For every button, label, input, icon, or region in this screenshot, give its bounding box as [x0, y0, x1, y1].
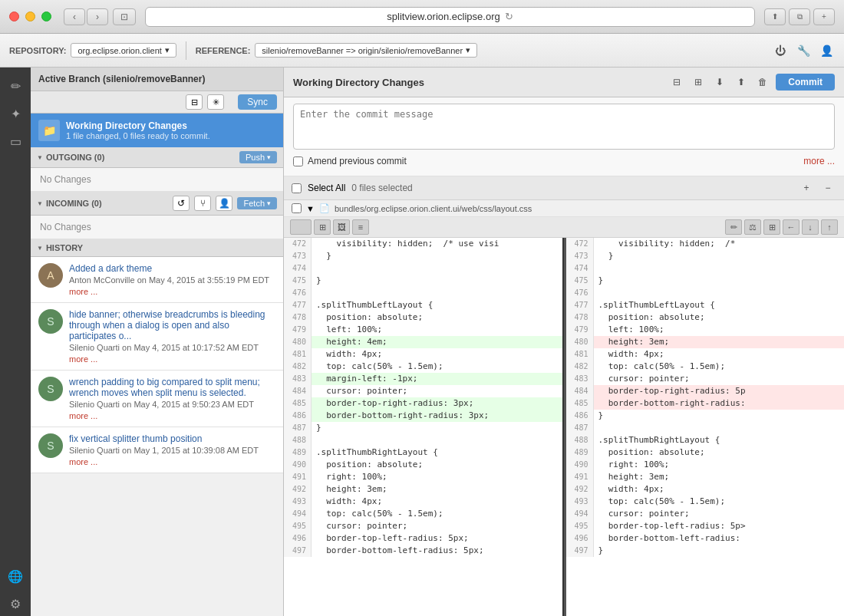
- commit-more-link[interactable]: more ...: [69, 287, 275, 296]
- line-content: }: [312, 275, 562, 287]
- right-panel: Working Directory Changes ⊟ ⊞ ⬇ ⬆ 🗑 Comm…: [284, 68, 844, 616]
- incoming-icon-1[interactable]: ↺: [173, 196, 190, 211]
- diff-line: 483 cursor: pointer;: [566, 373, 845, 385]
- diff-right-side[interactable]: 472 visibility: hidden; /*473 }474475}47…: [566, 238, 845, 616]
- amend-checkbox[interactable]: [293, 156, 303, 166]
- diff-tool-pencil[interactable]: ✏: [725, 219, 742, 235]
- add-file-icon[interactable]: +: [798, 180, 815, 196]
- history-header[interactable]: ▼ HISTORY: [31, 239, 283, 257]
- expand-arrow[interactable]: ▼: [306, 204, 315, 213]
- diff-line: 497}: [566, 545, 845, 557]
- line-content: [594, 287, 845, 299]
- reload-icon[interactable]: ↻: [505, 11, 513, 22]
- tab-arrange-button[interactable]: ⧉: [789, 8, 810, 25]
- diff-tool-up[interactable]: ↑: [821, 219, 838, 235]
- diff-tool-down[interactable]: ↓: [802, 219, 819, 235]
- main-content: ✏ ✦ ▭ 🌐 ⚙ Active Branch (silenio/removeB…: [0, 68, 844, 616]
- line-content: top: calc(50% - 1.5em);: [594, 361, 845, 373]
- line-content: left: 100%;: [594, 324, 845, 336]
- line-content: border-top-left-radius: 5px;: [312, 532, 562, 545]
- push-button[interactable]: Push ▾: [239, 151, 277, 163]
- commit-more-link[interactable]: more ...: [69, 354, 275, 364]
- back-button[interactable]: ‹: [64, 8, 85, 25]
- diff-tool-inline[interactable]: ≡: [352, 219, 369, 235]
- commit-title[interactable]: Added a dark theme: [69, 263, 275, 274]
- push-arrow-icon: ▾: [267, 153, 271, 161]
- incoming-section-header[interactable]: ▼ INCOMING (0) ↺ ⑂ 👤 Fetch ▾: [31, 192, 283, 216]
- repo-dropdown-arrow: ▾: [165, 45, 170, 55]
- diff-tool-left[interactable]: ←: [783, 219, 799, 235]
- diff-line: 489.splitThumbRightLayout {: [284, 446, 562, 459]
- line-number: 477: [284, 299, 312, 311]
- line-number: 487: [566, 422, 594, 434]
- diff-icon[interactable]: ⊞: [690, 74, 707, 90]
- diff-tool-split[interactable]: ⊞: [314, 219, 331, 235]
- avatar: A: [38, 263, 63, 288]
- wrench-icon[interactable]: 🔧: [795, 42, 812, 59]
- delete-icon[interactable]: 🗑: [754, 74, 771, 90]
- tab-button[interactable]: ⊡: [113, 8, 136, 25]
- commit-more-link[interactable]: more ...: [69, 411, 275, 420]
- diff-line: 474: [284, 262, 562, 275]
- upload-icon[interactable]: ⬆: [733, 74, 750, 90]
- file-row: ▼ 📄 bundles/org.eclipse.orion.client.ui/…: [284, 200, 844, 217]
- line-content: }: [594, 545, 845, 557]
- diff-tool-img[interactable]: 🖼: [333, 219, 350, 235]
- diff-line: 476: [566, 287, 845, 299]
- diff-tool-balance[interactable]: ⚖: [744, 219, 761, 235]
- add-tab-button[interactable]: +: [813, 8, 835, 25]
- commit-title[interactable]: fix vertical splitter thumb position: [69, 433, 275, 444]
- line-content: position: absolute;: [594, 311, 845, 324]
- git-icon[interactable]: ✦: [3, 101, 28, 126]
- incoming-icon-2[interactable]: ⑂: [194, 196, 211, 211]
- globe-icon[interactable]: 🌐: [3, 564, 28, 588]
- outgoing-section-header[interactable]: ▼ OUTGOING (0) Push ▾: [31, 147, 283, 168]
- line-content: .splitThumbLeftLayout {: [312, 299, 562, 311]
- working-directory-item[interactable]: 📁 Working Directory Changes 1 file chang…: [31, 114, 283, 147]
- edit-icon[interactable]: ✏: [3, 74, 28, 98]
- diff-tool-grid[interactable]: ⊞: [763, 219, 780, 235]
- files-icon[interactable]: ▭: [3, 129, 28, 153]
- commit-options-row: Amend previous commit more ...: [293, 153, 835, 170]
- settings-icon[interactable]: ⚙: [3, 591, 28, 616]
- forward-button[interactable]: ›: [87, 8, 108, 25]
- commit-title[interactable]: hide banner; otherwise breadcrumbs is bl…: [69, 309, 275, 341]
- diff-tool-blank[interactable]: [290, 219, 312, 235]
- amend-checkbox-row: Amend previous commit: [293, 156, 407, 166]
- diff-line: 485 border-top-right-radius: 3px;: [284, 397, 562, 410]
- power-icon[interactable]: ⏻: [772, 42, 789, 59]
- sync-button[interactable]: Sync: [238, 94, 277, 110]
- more-link[interactable]: more ...: [803, 156, 835, 166]
- user-icon[interactable]: 👤: [818, 42, 835, 59]
- url-bar[interactable]: splitview.orion.eclipse.org ↻: [145, 7, 755, 27]
- commit-more-link[interactable]: more ...: [69, 457, 275, 466]
- fetch-button[interactable]: Fetch ▾: [237, 197, 277, 209]
- maximize-button[interactable]: [41, 12, 51, 21]
- filter-icon[interactable]: ⊟: [668, 74, 685, 90]
- repo-value-dropdown[interactable]: org.eclipse.orion.client ▾: [71, 43, 176, 58]
- line-number: 478: [566, 311, 594, 324]
- minimize-button[interactable]: [25, 12, 35, 21]
- line-number: 476: [284, 287, 312, 299]
- diff-line: 490 position: absolute;: [284, 459, 562, 471]
- commit-title[interactable]: wrench padding to big compared to split …: [69, 377, 275, 398]
- diff-left-side[interactable]: 472 visibility: hidden; /* use visi473 }…: [284, 238, 564, 616]
- line-content: }: [594, 250, 845, 262]
- close-button[interactable]: [9, 12, 19, 21]
- file-path: bundles/org.eclipse.orion.client.ui/web/…: [335, 204, 532, 213]
- line-number: 482: [284, 361, 312, 373]
- download-icon[interactable]: ⬇: [711, 74, 728, 90]
- ref-label: REFERENCE:: [196, 46, 251, 55]
- select-all-checkbox[interactable]: [292, 183, 302, 193]
- filter-button-1[interactable]: ⊟: [186, 94, 203, 110]
- ref-value-dropdown[interactable]: silenio/removeBanner => origin/silenio/r…: [255, 43, 477, 58]
- sidebar-icons: ✏ ✦ ▭ 🌐 ⚙: [0, 68, 31, 616]
- incoming-icon-3[interactable]: 👤: [216, 196, 232, 211]
- commit-message-input[interactable]: [293, 104, 835, 150]
- filter-button-2[interactable]: ✳: [207, 94, 224, 110]
- commit-button[interactable]: Commit: [776, 74, 835, 91]
- file-checkbox[interactable]: [292, 203, 302, 213]
- remove-file-icon[interactable]: −: [819, 180, 836, 196]
- line-content: border-bottom-right-radius: 3px;: [312, 410, 562, 422]
- share-button[interactable]: ⬆: [764, 8, 786, 25]
